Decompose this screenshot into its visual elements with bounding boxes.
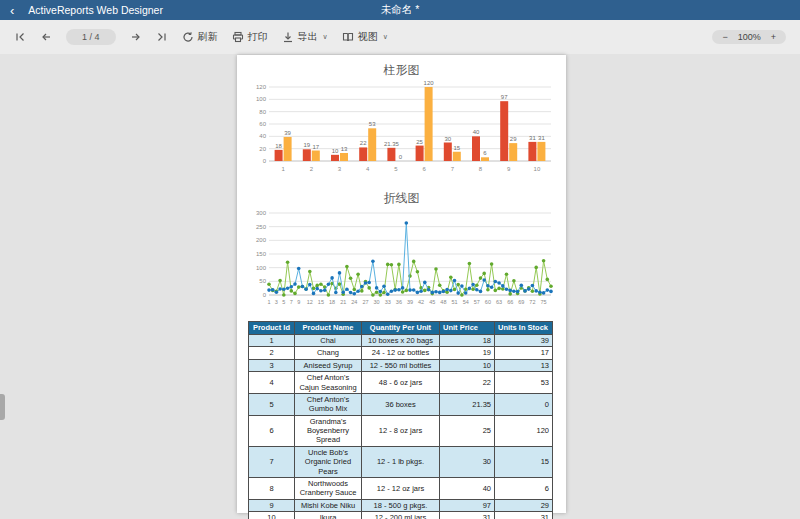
zoom-out-button[interactable]: − xyxy=(722,32,727,42)
table-cell: 22 xyxy=(440,372,495,394)
svg-text:54: 54 xyxy=(463,299,469,305)
zoom-in-button[interactable]: + xyxy=(771,32,776,42)
svg-text:19: 19 xyxy=(303,142,310,148)
column-header: Product Name xyxy=(295,322,362,335)
refresh-icon xyxy=(182,31,194,43)
table-cell: 39 xyxy=(495,335,553,347)
svg-text:45: 45 xyxy=(429,299,435,305)
table-cell: 10 xyxy=(440,359,495,371)
svg-text:40: 40 xyxy=(473,129,480,135)
export-label: 导出 xyxy=(298,30,318,44)
table-cell: Chang xyxy=(295,347,362,359)
table-cell: 3 xyxy=(249,359,295,371)
page-indicator[interactable]: 1 / 4 xyxy=(66,29,116,45)
svg-text:40: 40 xyxy=(259,133,266,139)
svg-text:200: 200 xyxy=(256,237,267,243)
svg-text:48: 48 xyxy=(440,299,446,305)
table-cell: 97 xyxy=(440,499,495,511)
svg-text:3: 3 xyxy=(275,299,278,305)
next-page-icon xyxy=(130,31,142,43)
table-row: 6Grandma's Boysenberry Spread12 - 8 oz j… xyxy=(249,415,553,446)
svg-text:20: 20 xyxy=(259,146,266,152)
first-page-button[interactable] xyxy=(14,31,26,43)
svg-text:60: 60 xyxy=(259,121,266,127)
svg-text:53: 53 xyxy=(369,121,376,127)
refresh-button[interactable]: 刷新 xyxy=(182,30,218,44)
table-cell: 8 xyxy=(249,477,295,499)
table-cell: 12 - 8 oz jars xyxy=(362,415,440,446)
table-cell: 31 xyxy=(440,512,495,519)
table-cell: 6 xyxy=(495,477,553,499)
product-table: Product IdProduct NameQuantity Per UnitU… xyxy=(248,321,553,519)
download-icon xyxy=(282,31,294,43)
table-cell: 40 xyxy=(440,477,495,499)
table-cell: 12 - 1 lb pkgs. xyxy=(362,446,440,477)
table-cell: 0 xyxy=(495,393,553,415)
zoom-level: 100% xyxy=(738,32,761,42)
print-label: 打印 xyxy=(248,30,268,44)
table-row: 10Ikura12 - 200 ml jars3131 xyxy=(249,512,553,519)
table-cell: 4 xyxy=(249,372,295,394)
table-cell: 12 - 550 ml bottles xyxy=(362,359,440,371)
table-row: 8Northwoods Cranberry Sauce12 - 12 oz ja… xyxy=(249,477,553,499)
svg-text:0: 0 xyxy=(263,158,267,164)
svg-text:9: 9 xyxy=(297,299,300,305)
table-cell: 36 boxes xyxy=(362,393,440,415)
app-title: ActiveReports Web Designer xyxy=(28,4,163,16)
prev-page-button[interactable] xyxy=(40,31,52,43)
svg-text:80: 80 xyxy=(259,109,266,115)
next-page-button[interactable] xyxy=(130,31,142,43)
table-cell: 7 xyxy=(249,446,295,477)
book-icon xyxy=(342,31,354,43)
table-cell: 6 xyxy=(249,415,295,446)
table-row: 4Chef Anton's Cajun Seasoning48 - 6 oz j… xyxy=(249,372,553,394)
view-button[interactable]: 视图 ∨ xyxy=(342,30,388,44)
refresh-label: 刷新 xyxy=(198,30,218,44)
table-cell: Chef Anton's Gumbo Mix xyxy=(295,393,362,415)
svg-text:42: 42 xyxy=(418,299,424,305)
first-page-icon xyxy=(14,31,26,43)
svg-text:63: 63 xyxy=(496,299,502,305)
table-cell: 18 xyxy=(440,335,495,347)
table-header: Product IdProduct NameQuantity Per UnitU… xyxy=(249,322,553,335)
table-cell: 12 - 12 oz jars xyxy=(362,477,440,499)
table-cell: Grandma's Boysenberry Spread xyxy=(295,415,362,446)
table-row: 3Aniseed Syrup12 - 550 ml bottles1013 xyxy=(249,359,553,371)
table-row: 7Uncle Bob's Organic Dried Pears12 - 1 l… xyxy=(249,446,553,477)
svg-text:2: 2 xyxy=(310,166,314,172)
last-page-button[interactable] xyxy=(156,31,168,43)
svg-text:50: 50 xyxy=(259,278,266,284)
column-header: Quantity Per Unit xyxy=(362,322,440,335)
svg-text:75: 75 xyxy=(541,299,547,305)
table-row: 5Chef Anton's Gumbo Mix36 boxes21.350 xyxy=(249,393,553,415)
table-cell: Mishi Kobe Niku xyxy=(295,499,362,511)
svg-text:97: 97 xyxy=(501,94,508,100)
svg-text:100: 100 xyxy=(256,96,267,102)
svg-text:0: 0 xyxy=(263,292,267,298)
svg-text:57: 57 xyxy=(474,299,480,305)
svg-text:17: 17 xyxy=(312,144,319,150)
print-button[interactable]: 打印 xyxy=(232,30,268,44)
preview-toolbar: 1 / 4 刷新 打印 导出 ∨ 视图 ∨ − 100% + xyxy=(0,20,800,54)
svg-text:8: 8 xyxy=(479,166,483,172)
report-page: 柱形图 020406080100120118392191731013422535… xyxy=(237,55,566,513)
line-chart: 0501001502002503001357912151821242730333… xyxy=(245,205,557,311)
table-cell: 10 boxes x 20 bags xyxy=(362,335,440,347)
svg-text:24: 24 xyxy=(351,299,357,305)
table-cell: 1 xyxy=(249,335,295,347)
export-button[interactable]: 导出 ∨ xyxy=(282,30,328,44)
back-icon[interactable]: ‹ xyxy=(10,4,14,17)
table-cell: 120 xyxy=(495,415,553,446)
column-header: Unit Price xyxy=(440,322,495,335)
bar-chart: 02040608010012011839219173101342253521.3… xyxy=(245,77,557,179)
prev-page-icon xyxy=(40,31,52,43)
svg-text:3: 3 xyxy=(338,166,342,172)
table-cell: Chef Anton's Cajun Seasoning xyxy=(295,372,362,394)
svg-text:15: 15 xyxy=(318,299,324,305)
table-cell: 25 xyxy=(440,415,495,446)
table-cell: 48 - 6 oz jars xyxy=(362,372,440,394)
sidebar-resize-handle[interactable] xyxy=(0,394,5,420)
table-cell: 24 - 12 oz bottles xyxy=(362,347,440,359)
svg-text:21: 21 xyxy=(340,299,346,305)
svg-text:10: 10 xyxy=(534,166,541,172)
